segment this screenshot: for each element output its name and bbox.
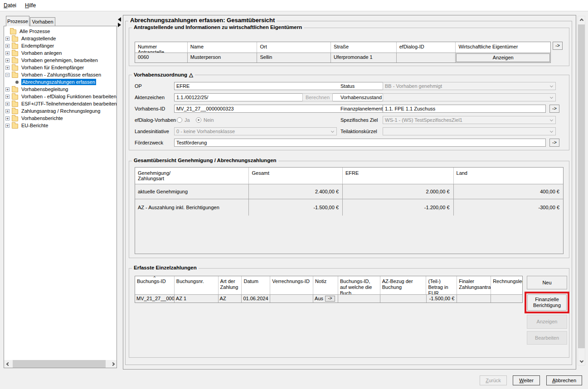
scroll-left-icon[interactable] bbox=[4, 360, 12, 368]
cell-gesamt: 2.400,00 € bbox=[249, 184, 343, 199]
column-header[interactable]: AZ-Bezug der Buchung bbox=[380, 276, 427, 294]
column-header[interactable]: Land bbox=[454, 168, 563, 184]
expand-icon[interactable]: + bbox=[5, 44, 10, 48]
zurueck-accel: Z bbox=[486, 378, 489, 383]
folder-icon bbox=[12, 73, 18, 78]
scroll-right-icon[interactable] bbox=[109, 360, 117, 368]
neu-button[interactable]: Neu bbox=[527, 276, 567, 289]
expand-icon[interactable]: + bbox=[5, 102, 10, 106]
finanzplanelement-field[interactable]: 1.1. FPE 1.1 Zuschuss bbox=[383, 105, 546, 113]
chevron-down-icon bbox=[550, 130, 553, 133]
expand-icon[interactable]: + bbox=[5, 51, 10, 55]
tree-item-endempfaenger[interactable]: + Endempfänger bbox=[4, 42, 117, 49]
applicants-table-row[interactable]: 0060 Musterperson Sellin Uferpromonade 1… bbox=[135, 53, 550, 62]
foerderzweck-field[interactable]: Testförderung bbox=[174, 139, 546, 147]
splitter-expand-right-icon[interactable] bbox=[118, 23, 121, 27]
vorhabenszustand-combo bbox=[383, 93, 556, 101]
radio-ja[interactable] bbox=[177, 117, 182, 123]
column-header[interactable]: Gesamt bbox=[249, 168, 343, 184]
tab-vorhaben[interactable]: Vorhaben bbox=[30, 17, 55, 26]
tree-item-vorhaben-anlegen[interactable]: + Vorhaben anlegen bbox=[4, 49, 117, 57]
weiter-button[interactable]: Weiter bbox=[513, 375, 540, 385]
scrollbar-thumb[interactable] bbox=[578, 24, 585, 348]
column-header[interactable]: (Teil-) Betrag in EUR bbox=[426, 276, 457, 294]
main-vertical-scrollbar[interactable] bbox=[578, 16, 585, 365]
finanzplanelement-detail-button[interactable]: -> bbox=[549, 105, 559, 113]
folder-icon bbox=[12, 66, 18, 71]
tree-item-label-selected: Abrechnungszahlungen erfassen bbox=[21, 79, 96, 85]
expand-icon[interactable]: + bbox=[5, 66, 10, 70]
overview-row-auszahlung[interactable]: AZ - Auszahlung inkl. Berichtigungen -1.… bbox=[135, 199, 563, 216]
column-header-sorted[interactable]: ^Buchungs-ID bbox=[135, 276, 175, 294]
column-header[interactable]: Ort bbox=[257, 42, 331, 53]
column-header[interactable]: Verrechnungs-ID bbox=[270, 276, 313, 294]
column-header[interactable]: Datum bbox=[242, 276, 270, 294]
overview-row-genehmigung[interactable]: aktuelle Genehmigung 2.400,00 € 2.000,00… bbox=[135, 184, 563, 199]
expand-icon[interactable]: + bbox=[5, 95, 10, 99]
column-header[interactable]: Wirtschaftliche Eigentümer bbox=[456, 42, 550, 53]
bullet-icon bbox=[15, 81, 19, 84]
tree-item-efdialog-funktionen[interactable]: + Vorhaben - efDialog Funktionen bearbei… bbox=[4, 93, 117, 100]
notiz-detail-button[interactable]: -> bbox=[325, 296, 335, 302]
column-header[interactable]: EFRE bbox=[343, 168, 453, 184]
folder-icon bbox=[12, 58, 18, 63]
status-value: BB - Vorhaben genehmigt bbox=[385, 83, 442, 89]
finanzplanelement-label: Finanzplanelement bbox=[340, 105, 383, 113]
splitter-collapse-left-icon[interactable] bbox=[118, 17, 121, 22]
menu-hilfe[interactable]: Hilfe bbox=[21, 0, 39, 11]
payments-table-row[interactable]: MV_21_27__000000 AZ 1 AZ 01.06.2024 Aus-… bbox=[135, 294, 522, 303]
tree-item-eu-berichte[interactable]: + EU-Berichte bbox=[4, 122, 117, 129]
tree-item-vorhaben-endempfaenger[interactable]: + Vorhaben für Endempfänger bbox=[4, 64, 117, 71]
radio-nein[interactable] bbox=[196, 117, 201, 123]
cell-betrag: -1.500,00 € bbox=[427, 295, 457, 303]
tree-item-alle-prozesse[interactable]: Alle Prozesse bbox=[4, 28, 117, 35]
column-header[interactable]: efDialog-ID bbox=[397, 42, 456, 53]
tree-item-vorhabensberichte[interactable]: + Vorhabensberichte bbox=[4, 115, 117, 122]
column-header[interactable]: Buchungs-ID, auf welche die Buch... bbox=[338, 276, 380, 294]
overview-table-header: Genehmigung/ Zahlungsart Gesamt EFRE Lan… bbox=[135, 168, 563, 184]
overview-group-title: Gesamtübersicht Genehmigung / Abrechnung… bbox=[132, 158, 278, 163]
scroll-up-icon[interactable] bbox=[578, 17, 585, 24]
tree-item-antragstellende[interactable]: + Antragstellende bbox=[4, 35, 117, 42]
column-header[interactable]: Art der Zahlung bbox=[219, 276, 242, 294]
menu-datei[interactable]: Datei bbox=[0, 0, 20, 11]
expand-icon[interactable]: + bbox=[5, 87, 10, 91]
column-header[interactable]: Finaler Zahlungsantrag bbox=[457, 276, 491, 294]
column-header[interactable]: Nummer Antragstelle... bbox=[135, 42, 188, 53]
foerderzweck-detail-button[interactable]: -> bbox=[549, 139, 559, 147]
folder-icon bbox=[12, 37, 18, 42]
column-header[interactable]: Genehmigung/ Zahlungsart bbox=[135, 168, 249, 184]
applicants-detail-button[interactable]: -> bbox=[553, 42, 563, 50]
tree-item-vorhabensbegleitung[interactable]: + Vorhabensbegleitung bbox=[4, 86, 117, 93]
column-header[interactable]: Notiz bbox=[313, 276, 338, 294]
tab-prozesse[interactable]: Prozesse bbox=[6, 16, 29, 26]
column-header[interactable]: Rechnungslegung bbox=[491, 276, 522, 294]
column-header[interactable]: Name bbox=[188, 42, 258, 53]
anzeigen-eigentuemer-button[interactable]: Anzeigen bbox=[456, 53, 550, 62]
expand-icon[interactable]: + bbox=[5, 58, 10, 62]
abbrechen-button[interactable]: Abbrechen bbox=[546, 375, 582, 385]
collapse-icon[interactable]: − bbox=[5, 73, 10, 77]
expand-icon[interactable]: + bbox=[5, 109, 10, 113]
tree-horizontal-scrollbar[interactable] bbox=[4, 360, 117, 368]
cell-strasse: Uferpromonade 1 bbox=[331, 53, 397, 62]
tree-item-esf-jtf-daten[interactable]: + ESF+/JTF-Teilnehmendendaten bearbeiten bbox=[4, 100, 117, 107]
scrollbar-thumb[interactable] bbox=[13, 360, 106, 368]
tree-item-zahlungsantrag[interactable]: + Zahlungsantrag / Rechnungslegung bbox=[4, 107, 117, 115]
expand-icon[interactable]: + bbox=[5, 124, 10, 128]
status-combo: BB - Vorhaben genehmigt bbox=[383, 82, 556, 90]
scroll-down-icon[interactable] bbox=[578, 357, 585, 365]
tree-item-label: ESF+/JTF-Teilnehmendendaten bearbeiten bbox=[20, 101, 117, 107]
column-header[interactable]: Buchungsnr. bbox=[175, 276, 219, 294]
column-header[interactable]: Straße bbox=[331, 42, 397, 53]
cell-zahlungsart: AZ - Auszahlung inkl. Berichtigungen bbox=[135, 199, 249, 216]
cell-datum: 01.06.2024 bbox=[242, 295, 270, 303]
finanzielle-berichtigung-button[interactable]: Finanzielle Berichtigung bbox=[527, 294, 567, 311]
tree-item-zahlungsfluesse[interactable]: − Vorhaben - Zahlungsflüsse erfassen bbox=[4, 71, 117, 78]
landesinitiative-combo: 0 - keine Vorhabensklasse bbox=[174, 127, 337, 135]
tree-item-abrechnungszahlungen-erfassen[interactable]: Abrechnungszahlungen erfassen bbox=[4, 78, 117, 86]
expand-icon[interactable]: + bbox=[5, 116, 10, 120]
weiter-label: eiter bbox=[524, 378, 533, 383]
tree-item-vorhaben-genehmigen[interactable]: + Vorhaben genehmigen, bearbeiten bbox=[4, 57, 117, 64]
expand-icon[interactable]: + bbox=[5, 37, 10, 41]
